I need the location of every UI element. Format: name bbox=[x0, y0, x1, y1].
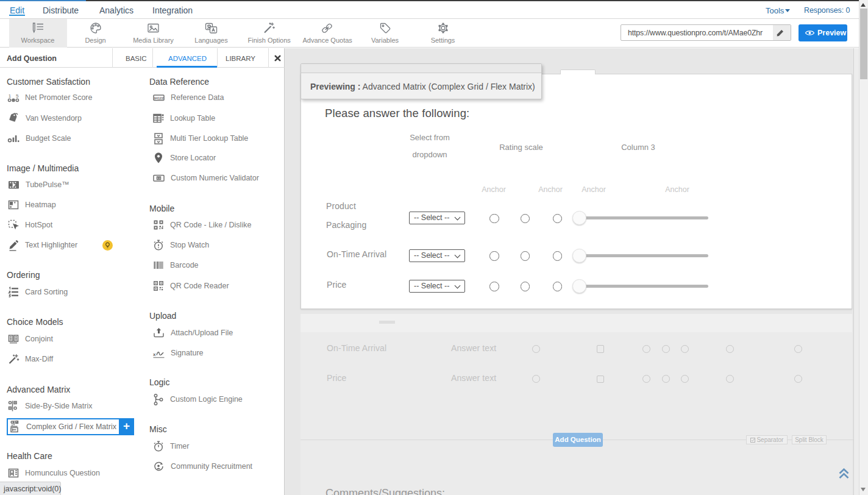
svg-text:5: 5 bbox=[16, 93, 19, 99]
svg-text:x: x bbox=[153, 352, 156, 357]
svg-text:1: 1 bbox=[9, 93, 12, 99]
svg-text:94122: 94122 bbox=[154, 96, 164, 100]
